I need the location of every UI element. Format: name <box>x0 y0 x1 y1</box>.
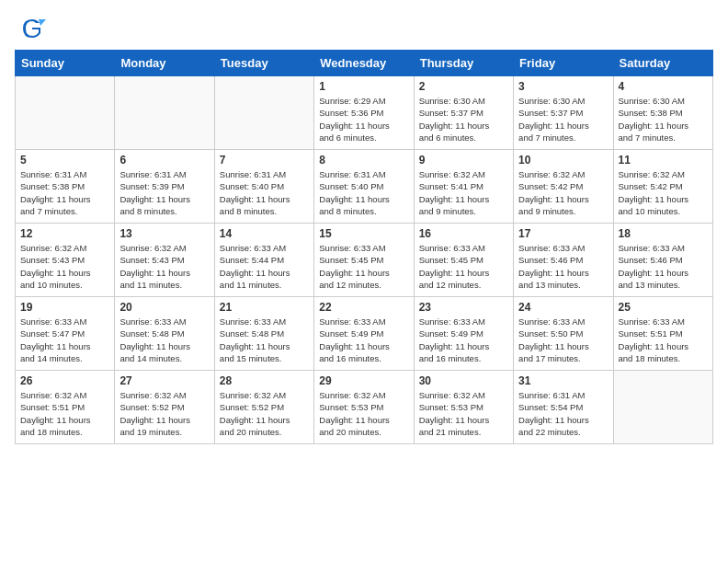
day-number: 14 <box>220 227 309 240</box>
calendar-cell: 27Sunrise: 6:32 AM Sunset: 5:52 PM Dayli… <box>115 371 214 444</box>
day-number: 21 <box>220 301 309 314</box>
day-number: 25 <box>619 301 708 314</box>
calendar-cell: 20Sunrise: 6:33 AM Sunset: 5:48 PM Dayli… <box>115 297 214 371</box>
day-number: 3 <box>518 80 608 93</box>
calendar-wrapper: SundayMondayTuesdayWednesdayThursdayFrid… <box>0 50 728 452</box>
day-number: 19 <box>20 301 109 314</box>
day-number: 26 <box>20 374 109 387</box>
day-number: 20 <box>119 301 209 314</box>
day-info: Sunrise: 6:30 AM Sunset: 5:38 PM Dayligh… <box>619 95 708 144</box>
week-row-2: 12Sunrise: 6:32 AM Sunset: 5:43 PM Dayli… <box>16 224 713 297</box>
day-info: Sunrise: 6:33 AM Sunset: 5:48 PM Dayligh… <box>119 316 209 364</box>
header-day-thursday: Thursday <box>414 51 513 76</box>
day-info: Sunrise: 6:33 AM Sunset: 5:46 PM Dayligh… <box>619 242 708 291</box>
day-info: Sunrise: 6:32 AM Sunset: 5:53 PM Dayligh… <box>419 389 508 438</box>
day-info: Sunrise: 6:33 AM Sunset: 5:51 PM Dayligh… <box>619 316 708 364</box>
day-info: Sunrise: 6:32 AM Sunset: 5:43 PM Dayligh… <box>119 242 209 291</box>
calendar-cell: 13Sunrise: 6:32 AM Sunset: 5:43 PM Dayli… <box>115 224 214 297</box>
calendar-cell: 28Sunrise: 6:32 AM Sunset: 5:52 PM Dayli… <box>214 371 313 444</box>
calendar-cell: 14Sunrise: 6:33 AM Sunset: 5:44 PM Dayli… <box>214 224 313 297</box>
calendar-cell: 21Sunrise: 6:33 AM Sunset: 5:48 PM Dayli… <box>214 297 313 371</box>
week-row-0: 1Sunrise: 6:29 AM Sunset: 5:36 PM Daylig… <box>16 76 713 150</box>
day-number: 2 <box>419 80 508 93</box>
calendar-cell <box>16 76 115 150</box>
calendar-cell <box>214 76 313 150</box>
week-row-4: 26Sunrise: 6:32 AM Sunset: 5:51 PM Dayli… <box>16 371 713 444</box>
calendar-cell: 9Sunrise: 6:32 AM Sunset: 5:41 PM Daylig… <box>414 150 513 224</box>
calendar-cell: 31Sunrise: 6:31 AM Sunset: 5:54 PM Dayli… <box>514 371 613 444</box>
header-row: SundayMondayTuesdayWednesdayThursdayFrid… <box>16 51 713 76</box>
day-info: Sunrise: 6:31 AM Sunset: 5:39 PM Dayligh… <box>119 168 209 217</box>
calendar-header: SundayMondayTuesdayWednesdayThursdayFrid… <box>16 51 713 76</box>
day-number: 15 <box>319 227 408 240</box>
day-info: Sunrise: 6:31 AM Sunset: 5:40 PM Dayligh… <box>220 168 309 217</box>
day-info: Sunrise: 6:29 AM Sunset: 5:36 PM Dayligh… <box>319 95 408 144</box>
day-info: Sunrise: 6:33 AM Sunset: 5:50 PM Dayligh… <box>518 316 608 364</box>
day-info: Sunrise: 6:32 AM Sunset: 5:51 PM Dayligh… <box>20 389 109 438</box>
day-info: Sunrise: 6:31 AM Sunset: 5:38 PM Dayligh… <box>20 168 109 217</box>
day-info: Sunrise: 6:30 AM Sunset: 5:37 PM Dayligh… <box>419 95 508 144</box>
calendar-cell <box>115 76 214 150</box>
day-number: 24 <box>518 301 608 314</box>
day-info: Sunrise: 6:33 AM Sunset: 5:46 PM Dayligh… <box>518 242 608 291</box>
calendar-cell: 30Sunrise: 6:32 AM Sunset: 5:53 PM Dayli… <box>414 371 513 444</box>
calendar-cell: 23Sunrise: 6:33 AM Sunset: 5:49 PM Dayli… <box>414 297 513 371</box>
day-info: Sunrise: 6:33 AM Sunset: 5:45 PM Dayligh… <box>419 242 508 291</box>
calendar-cell: 18Sunrise: 6:33 AM Sunset: 5:46 PM Dayli… <box>613 224 712 297</box>
day-number: 23 <box>419 301 508 314</box>
calendar-cell: 29Sunrise: 6:32 AM Sunset: 5:53 PM Dayli… <box>314 371 414 444</box>
logo-icon <box>18 15 46 42</box>
calendar-cell: 5Sunrise: 6:31 AM Sunset: 5:38 PM Daylig… <box>16 150 115 224</box>
calendar-cell: 1Sunrise: 6:29 AM Sunset: 5:36 PM Daylig… <box>314 76 414 150</box>
calendar-cell: 11Sunrise: 6:32 AM Sunset: 5:42 PM Dayli… <box>613 150 712 224</box>
day-number: 17 <box>518 227 608 240</box>
day-info: Sunrise: 6:32 AM Sunset: 5:42 PM Dayligh… <box>518 168 608 217</box>
week-row-1: 5Sunrise: 6:31 AM Sunset: 5:38 PM Daylig… <box>16 150 713 224</box>
day-number: 22 <box>319 301 408 314</box>
day-number: 4 <box>619 80 708 93</box>
day-number: 12 <box>20 227 109 240</box>
day-info: Sunrise: 6:33 AM Sunset: 5:45 PM Dayligh… <box>319 242 408 291</box>
day-number: 6 <box>119 154 209 167</box>
day-number: 9 <box>419 154 508 167</box>
day-number: 11 <box>619 154 708 167</box>
calendar-cell: 15Sunrise: 6:33 AM Sunset: 5:45 PM Dayli… <box>314 224 414 297</box>
day-number: 8 <box>319 154 408 167</box>
day-info: Sunrise: 6:32 AM Sunset: 5:53 PM Dayligh… <box>319 389 408 438</box>
calendar-cell: 19Sunrise: 6:33 AM Sunset: 5:47 PM Dayli… <box>16 297 115 371</box>
day-number: 31 <box>518 374 608 387</box>
calendar-cell: 12Sunrise: 6:32 AM Sunset: 5:43 PM Dayli… <box>16 224 115 297</box>
day-info: Sunrise: 6:33 AM Sunset: 5:49 PM Dayligh… <box>319 316 408 364</box>
day-info: Sunrise: 6:32 AM Sunset: 5:52 PM Dayligh… <box>220 389 309 438</box>
day-number: 30 <box>419 374 508 387</box>
calendar-cell: 8Sunrise: 6:31 AM Sunset: 5:40 PM Daylig… <box>314 150 414 224</box>
header-day-saturday: Saturday <box>613 51 712 76</box>
page-header <box>0 0 728 50</box>
header-day-tuesday: Tuesday <box>214 51 313 76</box>
day-info: Sunrise: 6:32 AM Sunset: 5:52 PM Dayligh… <box>119 389 209 438</box>
calendar-cell: 7Sunrise: 6:31 AM Sunset: 5:40 PM Daylig… <box>214 150 313 224</box>
header-day-sunday: Sunday <box>16 51 115 76</box>
day-info: Sunrise: 6:33 AM Sunset: 5:47 PM Dayligh… <box>20 316 109 364</box>
calendar-cell: 3Sunrise: 6:30 AM Sunset: 5:37 PM Daylig… <box>514 76 613 150</box>
calendar-body: 1Sunrise: 6:29 AM Sunset: 5:36 PM Daylig… <box>16 76 713 444</box>
calendar-cell: 16Sunrise: 6:33 AM Sunset: 5:45 PM Dayli… <box>414 224 513 297</box>
day-number: 13 <box>119 227 209 240</box>
calendar-cell: 26Sunrise: 6:32 AM Sunset: 5:51 PM Dayli… <box>16 371 115 444</box>
day-number: 28 <box>220 374 309 387</box>
day-info: Sunrise: 6:33 AM Sunset: 5:44 PM Dayligh… <box>220 242 309 291</box>
week-row-3: 19Sunrise: 6:33 AM Sunset: 5:47 PM Dayli… <box>16 297 713 371</box>
day-info: Sunrise: 6:31 AM Sunset: 5:54 PM Dayligh… <box>518 389 608 438</box>
day-info: Sunrise: 6:31 AM Sunset: 5:40 PM Dayligh… <box>319 168 408 217</box>
day-number: 16 <box>419 227 508 240</box>
day-number: 1 <box>319 80 408 93</box>
calendar-cell: 6Sunrise: 6:31 AM Sunset: 5:39 PM Daylig… <box>115 150 214 224</box>
day-info: Sunrise: 6:30 AM Sunset: 5:37 PM Dayligh… <box>518 95 608 144</box>
calendar-cell: 24Sunrise: 6:33 AM Sunset: 5:50 PM Dayli… <box>514 297 613 371</box>
calendar-cell: 10Sunrise: 6:32 AM Sunset: 5:42 PM Dayli… <box>514 150 613 224</box>
calendar-cell: 25Sunrise: 6:33 AM Sunset: 5:51 PM Dayli… <box>613 297 712 371</box>
calendar-table: SundayMondayTuesdayWednesdayThursdayFrid… <box>15 50 713 444</box>
day-number: 5 <box>20 154 109 167</box>
calendar-cell: 17Sunrise: 6:33 AM Sunset: 5:46 PM Dayli… <box>514 224 613 297</box>
day-info: Sunrise: 6:33 AM Sunset: 5:48 PM Dayligh… <box>220 316 309 364</box>
